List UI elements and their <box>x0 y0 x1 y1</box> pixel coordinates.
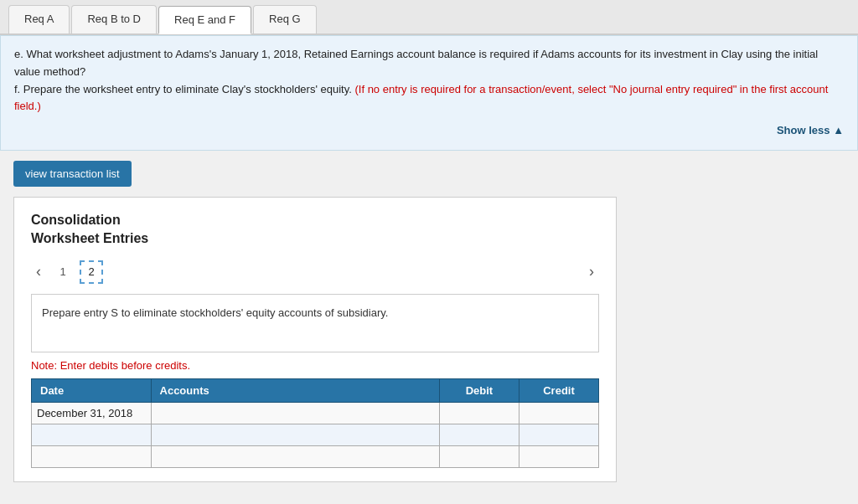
row1-date: December 31, 2018 <box>32 402 152 424</box>
entry-note: Note: Enter debits before credits. <box>31 359 599 372</box>
table-row <box>32 445 599 467</box>
col-header-accounts: Accounts <box>151 378 439 402</box>
entry-num-2[interactable]: 2 <box>80 260 103 284</box>
entry-nav: ‹ 1 2 › <box>31 260 599 284</box>
question-part-f-prefix: f. Prepare the worksheet entry to elimin… <box>14 83 354 95</box>
row3-date <box>32 445 152 467</box>
row2-date <box>32 424 152 445</box>
row3-credit[interactable] <box>519 445 598 467</box>
worksheet-title: Consolidation Worksheet Entries <box>31 211 599 249</box>
question-part-f: f. Prepare the worksheet entry to elimin… <box>14 81 844 116</box>
row2-account[interactable] <box>151 424 439 445</box>
row3-debit-input[interactable] <box>445 450 514 463</box>
entry-num-1[interactable]: 1 <box>51 260 75 284</box>
row2-credit-input[interactable] <box>525 429 593 441</box>
row2-debit[interactable] <box>439 424 519 445</box>
row1-debit-input[interactable] <box>445 407 514 419</box>
row1-account-input[interactable] <box>157 407 434 419</box>
col-header-credit: Credit <box>519 378 598 402</box>
tab-req-g[interactable]: Req G <box>253 5 317 33</box>
row3-debit[interactable] <box>439 445 519 467</box>
tab-req-a[interactable]: Req A <box>8 5 70 33</box>
tab-req-e-and-f[interactable]: Req E and F <box>158 6 251 34</box>
view-transaction-button[interactable]: view transaction list <box>13 161 132 187</box>
row2-debit-input[interactable] <box>445 429 514 441</box>
show-less-container: Show less ▲ <box>14 122 844 140</box>
row2-account-input[interactable] <box>157 429 434 441</box>
row1-credit-input[interactable] <box>525 407 593 419</box>
show-less-link[interactable]: Show less ▲ <box>777 124 844 136</box>
row1-account[interactable] <box>151 402 439 424</box>
row3-account[interactable] <box>151 445 439 467</box>
question-box: e. What worksheet adjustment to Adams's … <box>0 35 858 151</box>
row1-credit[interactable] <box>519 402 598 424</box>
entry-table: Date Accounts Debit Credit December 31, … <box>31 378 599 468</box>
tabs-container: Req A Req B to D Req E and F Req G <box>0 0 858 35</box>
table-row <box>32 424 599 445</box>
col-header-date: Date <box>32 378 152 402</box>
col-header-debit: Debit <box>439 378 519 402</box>
worksheet-container: Consolidation Worksheet Entries ‹ 1 2 › … <box>13 197 617 482</box>
tab-req-b-to-d[interactable]: Req B to D <box>71 5 157 33</box>
row3-credit-input[interactable] <box>525 450 593 463</box>
row2-credit[interactable] <box>519 424 598 445</box>
next-entry-arrow[interactable]: › <box>584 261 599 282</box>
question-part-e: e. What worksheet adjustment to Adams's … <box>14 46 844 81</box>
row1-debit[interactable] <box>439 402 519 424</box>
table-row: December 31, 2018 <box>32 402 599 424</box>
prev-entry-arrow[interactable]: ‹ <box>31 261 46 282</box>
entry-description: Prepare entry S to eliminate stockholder… <box>31 294 599 352</box>
row3-account-input[interactable] <box>157 450 434 463</box>
